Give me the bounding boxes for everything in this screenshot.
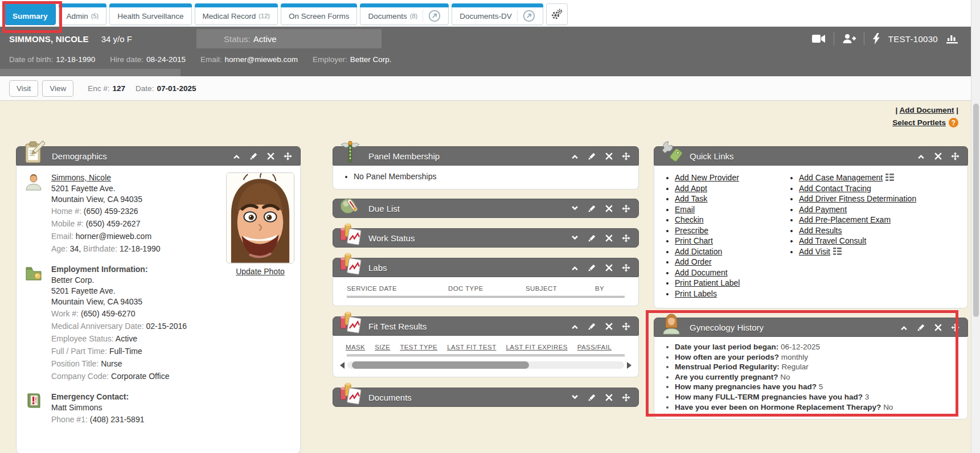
lightning-bolt-icon[interactable] (872, 33, 880, 44)
view-button[interactable]: View (42, 80, 73, 97)
add-person-icon[interactable] (842, 34, 856, 44)
fit-col-last-fit-expires[interactable]: LAST FIT EXPIRES (506, 344, 568, 351)
link-add-pre-placement-exam[interactable]: Add Pre-Placement Exam (799, 215, 891, 224)
scrollbar-thumb[interactable] (352, 361, 529, 369)
link-add-order[interactable]: Add Order (675, 257, 712, 266)
move-icon[interactable] (951, 152, 960, 160)
video-camera-icon[interactable] (812, 34, 826, 43)
scrollbar-track[interactable] (347, 361, 624, 369)
address-line: Mountain View, CA 94035 (51, 194, 212, 205)
link-add-task[interactable]: Add Task (675, 194, 707, 203)
link-add-contact-tracing[interactable]: Add Contact Tracing (799, 184, 871, 193)
close-icon[interactable] (605, 204, 613, 213)
close-icon[interactable] (605, 393, 613, 402)
banner-scroll-strip[interactable] (0, 69, 181, 76)
link-add-document[interactable]: Add Document (675, 268, 728, 277)
edit-icon[interactable] (588, 322, 596, 331)
fit-col-last-fit-test[interactable]: LAST FIT TEST (447, 344, 496, 351)
collapse-icon[interactable] (571, 322, 579, 331)
close-icon[interactable] (605, 322, 613, 331)
edit-icon[interactable] (588, 263, 596, 272)
collapse-icon[interactable] (232, 152, 241, 160)
fit-col-size[interactable]: SIZE (375, 344, 390, 351)
close-icon[interactable] (605, 234, 613, 242)
add-document-link[interactable]: Add Document (899, 106, 954, 114)
emergency-contact-section: Emergency Contact: Matt Simmons Phone #1… (24, 391, 212, 426)
tab-on-screen-forms[interactable]: On Screen Forms (281, 3, 358, 25)
link-print-chart[interactable]: Print Chart (675, 236, 713, 245)
link-add-results[interactable]: Add Results (799, 226, 842, 235)
expand-icon[interactable] (571, 393, 579, 402)
table-rule (347, 355, 625, 356)
close-icon[interactable] (934, 152, 942, 160)
popout-icon[interactable] (517, 10, 535, 22)
move-icon[interactable] (951, 323, 960, 332)
link-prescribe[interactable]: Prescribe (675, 226, 708, 235)
settings-gear-button[interactable] (546, 3, 568, 25)
tab-summary[interactable]: Summary (5, 3, 56, 25)
move-icon[interactable] (622, 204, 630, 213)
due-list-icon (339, 192, 362, 217)
tab-health-surveillance[interactable]: Health Surveillance (109, 3, 191, 25)
link-print-patient-label[interactable]: Print Patient Label (675, 278, 740, 287)
link-add-visit[interactable]: Add Visit (799, 247, 830, 256)
gyn-item: Menstrual Period Regularity: Regular (675, 362, 962, 372)
edit-icon[interactable] (588, 393, 596, 402)
close-icon[interactable] (266, 152, 275, 160)
link-add-case-management[interactable]: Add Case Management (799, 173, 883, 182)
link-email[interactable]: Email (675, 205, 695, 214)
scroll-left-arrow[interactable] (340, 362, 345, 369)
link-add-new-provider[interactable]: Add New Provider (675, 173, 739, 182)
close-icon[interactable] (934, 323, 942, 332)
labs-col-subject: SUBJECT (526, 285, 595, 292)
visit-button[interactable]: Visit (9, 80, 38, 97)
edit-icon[interactable] (588, 152, 596, 160)
address-line: 5201 Fayette Ave. (51, 183, 212, 194)
edit-icon[interactable] (917, 323, 925, 332)
fit-col-test-type[interactable]: TEST TYPE (400, 344, 437, 351)
move-icon[interactable] (284, 152, 292, 160)
move-icon[interactable] (622, 322, 630, 331)
collapse-icon[interactable] (917, 152, 925, 160)
update-photo-link[interactable]: Update Photo (236, 267, 285, 276)
emergency-contact-icon (24, 392, 43, 410)
link-add-payment[interactable]: Add Payment (799, 205, 847, 214)
popout-icon[interactable] (423, 10, 441, 22)
edit-icon[interactable] (588, 204, 596, 213)
collapse-icon[interactable] (571, 263, 579, 272)
edit-icon[interactable] (588, 234, 596, 242)
expand-icon[interactable] (571, 234, 579, 242)
tab-admin[interactable]: Admin(5) (59, 3, 107, 25)
select-portlets-link[interactable]: Select Portlets (892, 118, 946, 127)
page-vertical-scrollbar[interactable] (971, 0, 980, 453)
help-icon[interactable]: ? (949, 118, 958, 127)
close-icon[interactable] (605, 263, 613, 272)
scroll-right-arrow[interactable] (627, 362, 632, 369)
close-icon[interactable] (605, 152, 613, 160)
fit-col-pass-fail[interactable]: PASS/FAIL (577, 344, 612, 351)
tab-documents-dv[interactable]: Documents-DV (452, 3, 543, 25)
fit-col-mask[interactable]: MASK (346, 344, 365, 351)
move-icon[interactable] (622, 234, 630, 242)
patient-photo[interactable] (226, 172, 294, 263)
link-add-travel-consult[interactable]: Add Travel Consult (799, 236, 866, 245)
page-scrollbar-thumb[interactable] (973, 104, 979, 317)
tab-medical-record[interactable]: Medical Record(12) (195, 3, 278, 25)
list-menu-icon[interactable] (885, 174, 894, 181)
expand-icon[interactable] (571, 204, 579, 213)
flowsheet-chart-icon[interactable] (946, 34, 958, 44)
link-add-appt[interactable]: Add Appt (675, 184, 707, 193)
move-icon[interactable] (622, 393, 630, 402)
tab-documents[interactable]: Documents(8) (360, 3, 449, 25)
patient-name-link[interactable]: Simmons, Nicole (51, 173, 111, 182)
list-menu-icon[interactable] (833, 248, 842, 255)
move-icon[interactable] (622, 263, 630, 272)
collapse-icon[interactable] (571, 152, 579, 160)
move-icon[interactable] (622, 152, 630, 160)
link-checkin[interactable]: Checkin (675, 215, 704, 224)
edit-icon[interactable] (249, 152, 258, 160)
link-print-labels[interactable]: Print Labels (675, 289, 717, 298)
link-add-driver-fitness[interactable]: Add Driver Fitness Determination (799, 194, 916, 203)
collapse-icon[interactable] (900, 323, 908, 332)
link-add-dictation[interactable]: Add Dictation (675, 247, 722, 256)
